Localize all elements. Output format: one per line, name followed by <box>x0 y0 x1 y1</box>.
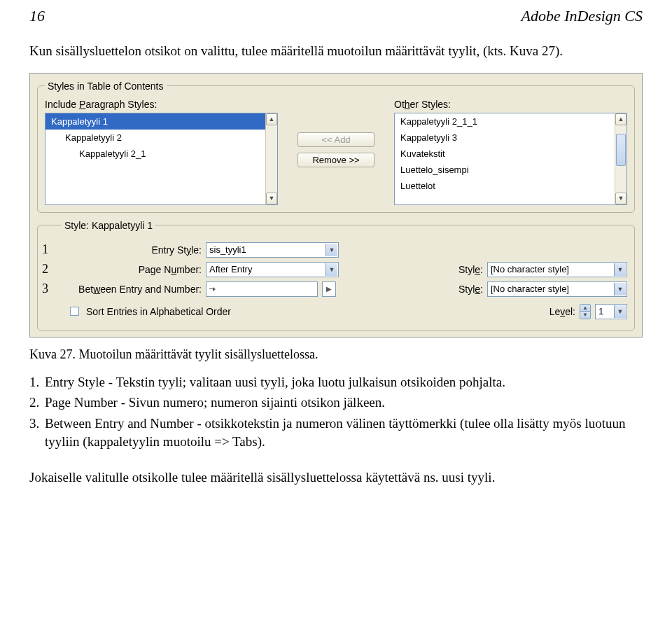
chevron-down-icon[interactable]: ▼ <box>614 283 626 295</box>
style-value: [No character style] <box>491 264 569 274</box>
closing-paragraph: Jokaiselle valitulle otsikolle tulee mää… <box>0 460 672 492</box>
chevron-down-icon[interactable]: ▼ <box>326 244 337 256</box>
numbered-list: 1. Entry Style - Tekstin tyyli; valitaan… <box>0 366 672 461</box>
page-number-style-dropdown[interactable]: [No character style] ▼ <box>487 262 627 277</box>
list-item[interactable]: Luettelot <box>395 178 615 194</box>
style-label: Style: <box>444 284 483 295</box>
level-field[interactable]: 1 ▼ <box>595 304 627 319</box>
item-number: 1. <box>29 373 39 391</box>
other-listbox[interactable]: Kappaletyyli 2_1_1 Kappaletyyli 3 Kuvate… <box>394 113 627 205</box>
other-label: Other Styles: <box>394 99 627 110</box>
spinner-up-icon[interactable]: ▲ <box>580 305 590 312</box>
list-item[interactable]: Kappaletyyli 1 <box>46 113 265 130</box>
list-item[interactable]: Kuvatekstit <box>395 146 615 162</box>
scroll-up-icon[interactable]: ▲ <box>266 113 277 125</box>
scrollbar[interactable]: ▲ ▼ <box>615 113 626 204</box>
styles-group: Styles in Table of Contents Include Para… <box>37 81 635 213</box>
annotation-1: 1 <box>42 242 48 257</box>
chevron-down-icon[interactable]: ▼ <box>614 263 626 276</box>
between-style-dropdown[interactable]: [No character style] ▼ <box>487 281 627 297</box>
intro-paragraph: Kun sisällysluettelon otsikot on valittu… <box>0 25 672 67</box>
page-header: 16 Adobe InDesign CS <box>0 0 672 25</box>
item-text: Entry Style - Tekstin tyyli; valitaan uu… <box>45 375 505 389</box>
entry-style-value: sis_tyyli1 <box>209 244 246 255</box>
between-flyout-button[interactable]: ▶ <box>322 281 336 297</box>
page-number-value: After Entry <box>209 264 252 274</box>
chevron-down-icon[interactable]: ▼ <box>614 305 626 318</box>
tab-char-icon <box>209 286 216 292</box>
list-item[interactable]: Kappaletyyli 3 <box>395 130 615 146</box>
annotation-2: 2 <box>42 262 48 277</box>
entry-style-label: Entry Style: <box>62 244 202 256</box>
level-value: 1 <box>598 306 603 317</box>
style-label: Style: <box>444 264 483 275</box>
scroll-down-icon[interactable]: ▼ <box>615 193 626 204</box>
style-detail-group: Style: Kappaletyyli 1 1 Entry Style: sis… <box>37 220 635 331</box>
ui-screenshot: Styles in Table of Contents Include Para… <box>29 73 643 338</box>
list-item[interactable]: Luettelo_sisempi <box>395 162 615 178</box>
scroll-up-icon[interactable]: ▲ <box>615 113 626 125</box>
spinner-down-icon[interactable]: ▼ <box>580 311 590 319</box>
between-field[interactable] <box>206 281 318 297</box>
sort-checkbox[interactable] <box>70 307 79 316</box>
list-item: 3. Between Entry and Number - otsikkotek… <box>45 415 643 450</box>
level-spinner[interactable]: ▲ ▼ <box>580 304 591 319</box>
remove-button[interactable]: Remove >> <box>298 153 374 167</box>
list-item: 1. Entry Style - Tekstin tyyli; valitaan… <box>45 373 643 391</box>
styles-group-title: Styles in Table of Contents <box>45 81 167 92</box>
figure-caption: Kuva 27. Muotoilun määrittävät tyylit si… <box>0 342 672 366</box>
style-detail-title: Style: Kappaletyyli 1 <box>62 220 155 231</box>
style-value: [No character style] <box>491 284 569 294</box>
include-label: Include Paragraph Styles: <box>45 99 278 110</box>
page-number-label: Page Number: <box>62 264 202 275</box>
list-item[interactable]: Kappaletyyli 2 <box>46 130 265 146</box>
item-text: Between Entry and Number - otsikkoteksti… <box>45 416 626 449</box>
list-item: 2. Page Number - Sivun numero; numeron s… <box>45 394 643 412</box>
page-number-dropdown[interactable]: After Entry ▼ <box>206 262 339 277</box>
toc-panel: Styles in Table of Contents Include Para… <box>29 73 643 338</box>
item-number: 3. <box>29 415 39 433</box>
list-item[interactable]: Kappaletyyli 2_1_1 <box>395 113 615 130</box>
list-item[interactable]: Kappaletyyli 2_1 <box>46 146 265 162</box>
add-button[interactable]: << Add <box>298 132 374 147</box>
scroll-down-icon[interactable]: ▼ <box>266 193 277 204</box>
scrollbar[interactable]: ▲ ▼ <box>265 113 277 204</box>
between-label: Between Entry and Number: <box>62 284 202 295</box>
item-text: Page Number - Sivun numero; numeron sija… <box>45 395 385 410</box>
entry-style-dropdown[interactable]: sis_tyyli1 ▼ <box>206 242 339 258</box>
include-listbox[interactable]: Kappaletyyli 1 Kappaletyyli 2 Kappaletyy… <box>45 113 278 205</box>
annotation-3: 3 <box>42 281 48 296</box>
chevron-down-icon[interactable]: ▼ <box>326 263 337 276</box>
page-number: 16 <box>29 7 45 25</box>
sort-label: Sort Entries in Alphabetical Order <box>86 306 231 317</box>
app-title: Adobe InDesign CS <box>521 7 643 25</box>
level-label: Level: <box>536 306 575 317</box>
item-number: 2. <box>29 394 39 412</box>
